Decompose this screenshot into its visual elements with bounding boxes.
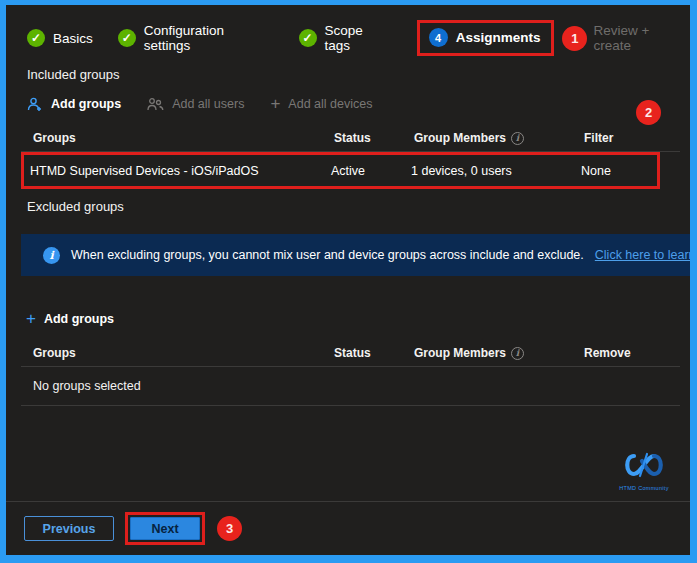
add-groups-label: Add groups — [51, 97, 121, 111]
included-group-row[interactable]: HTMD Supervised Devices - iOS/iPadOS Act… — [21, 152, 660, 189]
add-all-users-label: Add all users — [172, 97, 244, 111]
included-table-header: Groups Status Group Members i Filter — [6, 131, 690, 145]
step-number-icon: 4 — [429, 28, 448, 47]
included-actions: Add groups Add all users + Add all devic… — [27, 94, 690, 114]
excluded-add-groups-label: Add groups — [44, 312, 114, 326]
annotation-2-badge: 2 — [636, 100, 661, 125]
plus-icon: + — [26, 312, 36, 326]
row-filter: None — [581, 164, 657, 178]
tab-assignments-label[interactable]: Assignments — [456, 30, 541, 45]
col-group-members: Group Members i — [414, 346, 584, 360]
excluded-add-groups-button[interactable]: + Add groups — [26, 312, 114, 326]
col-remove: Remove — [584, 346, 690, 360]
next-button[interactable]: Next — [130, 517, 200, 540]
plus-icon: + — [270, 97, 280, 111]
tab-configuration-label: Configuration settings — [144, 23, 274, 53]
tab-configuration-settings[interactable]: ✓ Configuration settings — [118, 23, 274, 53]
excluded-table-header: Groups Status Group Members i Remove — [6, 346, 690, 360]
info-icon[interactable]: i — [511, 132, 524, 145]
add-person-icon — [27, 97, 43, 112]
people-icon — [147, 97, 164, 112]
infinity-logo-icon — [621, 450, 667, 480]
info-icon[interactable]: i — [511, 347, 524, 360]
col-status: Status — [334, 346, 414, 360]
info-banner: i When excluding groups, you cannot mix … — [21, 234, 690, 276]
add-all-devices-button: + Add all devices — [270, 97, 372, 111]
included-groups-title: Included groups — [27, 67, 690, 82]
tab-review-create: 1 Review + create — [562, 23, 690, 53]
tab-basics[interactable]: ✓ Basics — [27, 29, 93, 47]
tab-basics-label: Basics — [53, 31, 93, 46]
info-banner-text: When excluding groups, you cannot mix us… — [71, 248, 584, 262]
excluded-actions: + Add groups — [26, 309, 690, 329]
tab-scope-tags-label: Scope tags — [325, 23, 392, 53]
check-icon: ✓ — [27, 29, 45, 47]
col-groups: Groups — [33, 131, 334, 145]
col-groups: Groups — [33, 346, 334, 360]
check-icon: ✓ — [118, 29, 136, 47]
row-group-name: HTMD Supervised Devices - iOS/iPadOS — [30, 164, 331, 178]
col-filter: Filter — [584, 131, 690, 145]
check-icon: ✓ — [299, 29, 317, 47]
next-highlight-box: Next — [125, 512, 205, 545]
col-group-members: Group Members i — [414, 131, 584, 145]
no-groups-selected-text: No groups selected — [6, 367, 690, 405]
info-banner-icon: i — [43, 247, 60, 264]
assignments-wizard-page: ✓ Basics ✓ Configuration settings ✓ Scop… — [0, 0, 697, 563]
wizard-steps: ✓ Basics ✓ Configuration settings ✓ Scop… — [27, 18, 690, 58]
annotation-3-badge: 3 — [217, 516, 242, 541]
tab-review-label: Review + create — [593, 23, 690, 53]
logo-text: HTMD Community — [612, 485, 676, 491]
excluded-groups-title: Excluded groups — [27, 199, 690, 214]
col-status: Status — [334, 131, 414, 145]
annotation-1-badge: 1 — [562, 26, 587, 51]
row-status: Active — [331, 164, 411, 178]
footer-bar: Previous Next 3 — [6, 501, 690, 555]
add-all-devices-label: Add all devices — [288, 97, 372, 111]
info-banner-link[interactable]: Click here to learn more about — [595, 248, 690, 262]
previous-button[interactable]: Previous — [24, 516, 114, 541]
htmd-community-logo: HTMD Community — [612, 450, 676, 491]
tab-assignments-highlight-box: 4 Assignments — [417, 20, 555, 56]
row-members: 1 devices, 0 users — [411, 164, 581, 178]
tab-scope-tags[interactable]: ✓ Scope tags — [299, 23, 392, 53]
add-all-users-button: Add all users — [147, 97, 244, 112]
divider — [21, 405, 680, 406]
add-groups-button[interactable]: Add groups — [27, 97, 121, 112]
